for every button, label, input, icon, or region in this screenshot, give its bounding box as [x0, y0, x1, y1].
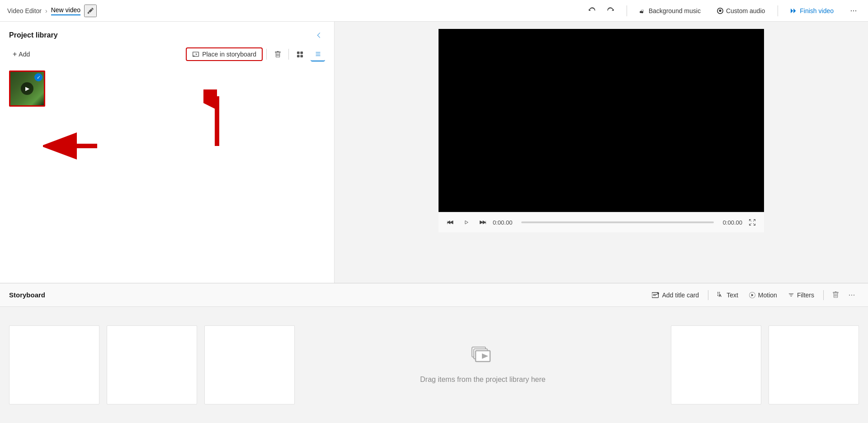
- divider-2: [778, 5, 778, 16]
- motion-icon: [749, 292, 755, 298]
- add-title-card-icon: [652, 292, 659, 298]
- arrow-up-annotation: [203, 89, 231, 150]
- breadcrumb-parent[interactable]: Video Editor: [7, 7, 42, 14]
- finish-video-label: Finish video: [800, 7, 834, 14]
- add-button[interactable]: + Add: [9, 48, 33, 60]
- sb-divider-1: [708, 290, 708, 300]
- storyboard-slot-2[interactable]: [107, 325, 197, 404]
- top-bar-right: Background music Custom audio Finish vid…: [585, 4, 861, 18]
- storyboard-header: Storyboard Add title card A: [0, 283, 868, 307]
- place-storyboard-button[interactable]: Place in storyboard: [186, 47, 263, 61]
- filters-label: Filters: [797, 291, 814, 299]
- video-preview-area: [439, 29, 764, 212]
- toolbar-divider-2: [288, 49, 289, 60]
- finish-video-button[interactable]: Finish video: [787, 5, 837, 16]
- time-total: 0:00.00: [717, 219, 742, 226]
- timeline-scrubber[interactable]: [521, 221, 714, 223]
- right-panel: 0:00.00 0:00.00: [335, 22, 868, 283]
- storyboard-delete-button[interactable]: [828, 288, 843, 302]
- main-content: Project library + Add Place in storyboar…: [0, 22, 868, 283]
- grid-view-button[interactable]: [292, 47, 307, 61]
- svg-text:A: A: [719, 293, 722, 297]
- custom-audio-button[interactable]: Custom audio: [713, 5, 769, 16]
- add-title-card-button[interactable]: Add title card: [647, 289, 703, 301]
- storyboard-slot-5[interactable]: [769, 325, 859, 404]
- breadcrumb-separator: ›: [45, 7, 47, 14]
- text-icon: A: [717, 292, 724, 298]
- drag-icon: [471, 346, 495, 370]
- arrow-left-annotation: [43, 130, 102, 164]
- storyboard-title: Storyboard: [9, 291, 647, 299]
- divider-1: [627, 5, 627, 16]
- sb-divider-2: [823, 290, 824, 300]
- custom-audio-label: Custom audio: [726, 7, 765, 14]
- storyboard-slot-3[interactable]: [204, 325, 295, 404]
- time-current: 0:00.00: [493, 219, 518, 226]
- text-label: Text: [726, 291, 738, 299]
- edit-title-button[interactable]: [84, 5, 97, 17]
- drag-drop-text: Drag items from the project library here: [420, 376, 545, 384]
- storyboard-panel: Storyboard Add title card A: [0, 283, 868, 423]
- storyboard-content: Drag items from the project library here: [0, 307, 868, 423]
- storyboard-drop-zone[interactable]: Drag items from the project library here: [302, 346, 664, 384]
- video-controls: 0:00.00 0:00.00: [439, 212, 764, 232]
- storyboard-toolbar: Add title card A Text Motion: [647, 288, 859, 302]
- video-thumb-frame: ✓ ▶: [9, 70, 45, 107]
- filters-button[interactable]: Filters: [783, 289, 819, 301]
- motion-label: Motion: [758, 291, 777, 299]
- undo-button[interactable]: [585, 4, 599, 18]
- skip-forward-button[interactable]: [476, 216, 489, 229]
- toolbar-divider: [266, 49, 267, 60]
- library-toolbar: + Add Place in storyboard: [0, 47, 334, 67]
- left-panel: Project library + Add Place in storyboar…: [0, 22, 335, 283]
- collapse-button[interactable]: [312, 29, 325, 42]
- selected-checkmark: ✓: [34, 73, 42, 81]
- add-title-card-label: Add title card: [662, 291, 699, 299]
- text-button[interactable]: A Text: [713, 289, 743, 301]
- skip-back-button[interactable]: [444, 216, 457, 229]
- library-title: Project library: [9, 31, 58, 39]
- add-label: Add: [19, 51, 30, 58]
- library-header: Project library: [0, 22, 334, 47]
- motion-button[interactable]: Motion: [745, 289, 782, 301]
- list-view-button[interactable]: [311, 47, 325, 61]
- more-options-button[interactable]: ···: [846, 4, 861, 18]
- storyboard-more-button[interactable]: ···: [844, 288, 859, 302]
- background-music-label: Background music: [649, 7, 701, 14]
- place-storyboard-icon: [192, 51, 199, 57]
- background-music-button[interactable]: Background music: [636, 5, 704, 16]
- expand-button[interactable]: [746, 216, 759, 229]
- library-content: ✓ ▶: [0, 67, 334, 283]
- play-overlay-icon: ▶: [21, 82, 33, 95]
- storyboard-slot-4[interactable]: [671, 325, 761, 404]
- svg-rect-0: [193, 56, 195, 56]
- place-storyboard-label: Place in storyboard: [202, 51, 256, 58]
- redo-button[interactable]: [603, 4, 618, 18]
- plus-icon: +: [13, 50, 17, 58]
- top-bar-left: Video Editor › New video: [7, 5, 585, 17]
- delete-button[interactable]: [270, 47, 285, 61]
- undo-redo-group: [585, 4, 618, 18]
- filters-icon: [788, 292, 794, 298]
- top-bar: Video Editor › New video: [0, 0, 868, 22]
- play-button[interactable]: [460, 216, 473, 229]
- breadcrumb-current: New video: [51, 6, 80, 15]
- storyboard-slot-1[interactable]: [9, 325, 99, 404]
- video-thumbnail[interactable]: ✓ ▶: [9, 70, 45, 111]
